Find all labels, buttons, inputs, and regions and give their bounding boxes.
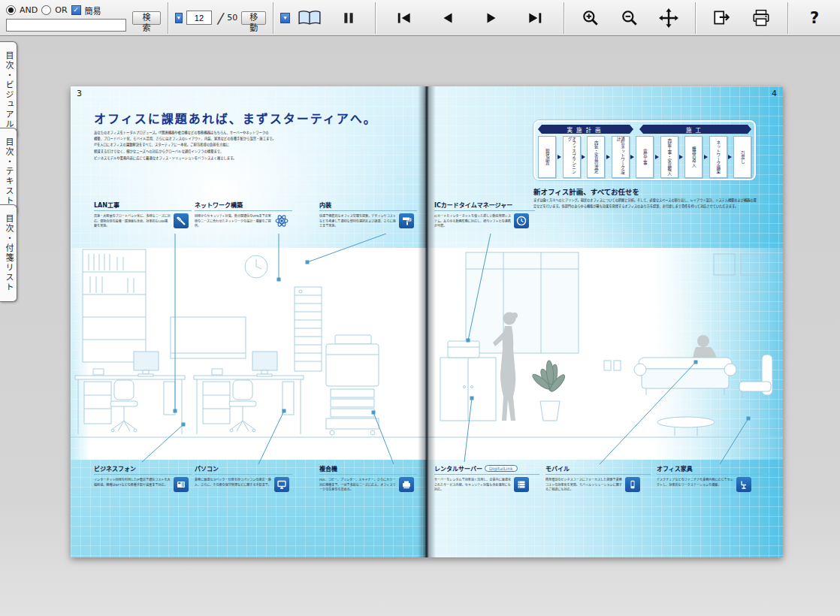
move-button[interactable]: 移動 xyxy=(241,11,266,25)
viewer-canvas: 3 オフィスに課題あれば、まずスターティアへ。 あなたのオフィスをトータルプロデ… xyxy=(0,36,840,616)
office-illustration-left xyxy=(71,248,427,460)
page-number-input[interactable] xyxy=(186,11,212,25)
bookshelf-drawing xyxy=(83,249,146,362)
sidebar-tab-toc-text[interactable]: 目次・テキスト xyxy=(0,128,17,216)
spread-view-icon[interactable] xyxy=(297,5,322,31)
mobile-phone-icon xyxy=(625,477,640,492)
toolbar-separator xyxy=(273,2,273,34)
pause-button[interactable] xyxy=(336,5,361,31)
feature-interior: 内装 快適で機能的なオフィス空間を提案。デザインやコストなどを考慮して適切な部材… xyxy=(319,201,417,240)
book-spread: 3 オフィスに課題あれば、まずスターティアへ。 あなたのオフィスをトータルプロデ… xyxy=(71,86,783,557)
feature-desc: 回線からセキュリティ対策、拠点間通信のVPNまでお客様のニーズに合わせたネットワ… xyxy=(195,213,271,228)
clock-icon xyxy=(514,213,529,228)
toolbar-separator xyxy=(787,2,788,34)
light-switch-drawing xyxy=(604,361,621,370)
feature-desc: デスクチェアなどのファニチアを業務内容に応じてセレクトし、効率的なワークステーシ… xyxy=(657,477,733,487)
feature-title: 複合機 xyxy=(319,464,417,475)
feature-title: オフィス家具 xyxy=(657,464,769,475)
or-radio[interactable] xyxy=(41,5,51,15)
wall-clock-drawing xyxy=(245,255,267,278)
chevron-right-icon xyxy=(655,155,659,159)
prev-page-button[interactable] xyxy=(435,5,461,31)
digitallink-badge: DigitalLink xyxy=(485,465,518,472)
last-page-button[interactable] xyxy=(522,5,548,31)
left-page[interactable]: 3 オフィスに課題あれば、まずスターティアへ。 あなたのオフィスをトータルプロデ… xyxy=(71,86,427,557)
export-page-button[interactable] xyxy=(709,5,735,31)
flow-step: 機器の導入 xyxy=(684,136,703,178)
plan-heading: 新オフィス計画、すべてお任せを xyxy=(533,186,639,197)
search-button[interactable]: 検索 xyxy=(132,11,161,25)
chevron-right-icon xyxy=(704,155,708,159)
toolbar-separator xyxy=(168,2,168,34)
zoom-in-button[interactable] xyxy=(578,5,603,31)
printer-icon xyxy=(399,477,414,492)
flow-phase2-header: 施工 xyxy=(639,125,751,134)
right-page[interactable]: 4 ICカードタイムマネージャー ICカードとインターネットを使った新しい勤怠管… xyxy=(427,86,783,557)
window-drawing xyxy=(466,252,579,353)
flow-step: 内装・家具の選定 xyxy=(587,136,605,178)
feature-network: ネットワーク構築 回線からセキュリティ対策、拠点間通信のVPNまでお客様のニーズ… xyxy=(195,201,292,240)
chart-rack-drawing xyxy=(295,287,322,371)
toolbar-separator xyxy=(564,2,564,34)
desk-drawing-1 xyxy=(75,352,185,434)
feature-title: モバイル xyxy=(545,464,651,475)
feature-ic-card: ICカードタイムマネージャー ICカードとインターネットを使った新しい勤怠管理シ… xyxy=(434,201,535,240)
paint-roller-icon xyxy=(399,213,414,228)
page-input-toggle-icon[interactable]: ▾ xyxy=(175,13,183,23)
intro-line: ビジネスモデルや業務内容に応じて最適なオフィス・ソリューションをバランスよく確立… xyxy=(94,155,394,161)
flow-step: 現状調査 xyxy=(538,136,556,178)
first-page-button[interactable] xyxy=(391,5,417,31)
zoom-out-button[interactable] xyxy=(617,5,642,31)
next-page-button[interactable] xyxy=(479,5,504,31)
chevron-right-icon xyxy=(582,155,585,159)
simple-search-checkbox[interactable]: ✓ xyxy=(71,5,81,15)
flow-phase1-label: 実施計画 xyxy=(567,125,605,134)
flow-step: 内装工事・家具搬入 xyxy=(660,136,678,178)
feature-rental-server: レンタルサーバーDigitalLink サーバーをレンタルで効率良く活用し、企業… xyxy=(434,464,539,504)
feature-desc: 携帯電話のビジネスユースにフォーカスした提案で業務コストの効率化を実現。モバイル… xyxy=(545,477,622,492)
copier-drawing xyxy=(326,335,379,435)
construction-flow-panel: 実施計画 施工 現状調査 オフィスプランニング 内装・家具の選定 通信ネットワー… xyxy=(533,120,756,180)
flow-phase1-header: 実施計画 xyxy=(538,125,633,134)
sidebar-tab-toc-visual[interactable]: 目次・ビジュアル xyxy=(0,41,17,139)
feature-lan: LAN工事 高速・大容量のブロードバンド化に、多様なニーズに対応。建物自体の設備… xyxy=(94,201,192,240)
feature-title: ネットワーク構築 xyxy=(195,201,292,211)
flow-phase2-label: 施工 xyxy=(686,125,705,134)
intro-line: ITを入口にオフィスの課題解決をすべて、スターティアに一本化。ご担当者様の負担を… xyxy=(94,142,394,148)
flow-step: 引渡し xyxy=(733,136,751,178)
flow-step: 通信ネットワーク設計 xyxy=(612,136,630,178)
wrench-icon xyxy=(174,213,189,228)
feature-desc: ICカードとインターネットを使った新しい勤怠管理システム。あらゆる勤務形態に対応… xyxy=(434,213,511,228)
page-jump-group: ▾ / 50 移動 xyxy=(175,10,266,26)
search-input[interactable] xyxy=(6,19,126,32)
plant-drawing xyxy=(530,361,567,421)
pan-button[interactable] xyxy=(656,5,681,31)
help-button[interactable]: ? xyxy=(802,5,827,31)
plan-body: まずは働く方々へのヒアリング。現状のオフィスについての把握と分析。そして、必要な… xyxy=(533,198,759,232)
print-button[interactable] xyxy=(748,5,774,31)
flow-step: 電気工事 xyxy=(636,136,654,178)
feature-desc: サーバーをレンタルで効率良く活用し、企業内に最適化されたサービス内容。セキュリテ… xyxy=(434,477,511,492)
sofa-drawing xyxy=(634,355,772,436)
monitor-icon xyxy=(274,477,289,492)
feature-business-phone: ビジネスフォン インターネット回線を利用したIP電話で通信コストを大幅削減。機種… xyxy=(94,464,192,504)
whiteboard-drawing xyxy=(171,317,246,358)
feature-title: レンタルサーバーDigitalLink xyxy=(434,464,539,475)
page-slash: / xyxy=(217,10,222,26)
chevron-right-icon xyxy=(728,155,732,159)
and-radio-label: AND xyxy=(20,5,38,15)
feature-mobile: モバイル 携帯電話のビジネスユースにフォーカスした提案で業務コストの効率化を実現… xyxy=(545,464,651,504)
flow-step: ネットワーク構築 xyxy=(709,136,727,178)
feature-pc: パソコン 業務に最適なスペック・仕様を持つパソコンの選定・導入。さらに、その後の… xyxy=(195,464,292,504)
view-toggle-icon[interactable]: ▾ xyxy=(280,13,290,23)
and-radio[interactable] xyxy=(6,5,16,15)
office-chair-icon xyxy=(736,477,751,492)
feature-title: パソコン xyxy=(195,464,292,475)
feature-desc: 快適で機能的なオフィス空間を提案。デザインやコストなどを考慮して適切な部材の選択… xyxy=(319,213,396,228)
feature-desc: FAX、コピー、プリンター、スキャナー。さらにカラー対応機種まで、一台で多彩なニ… xyxy=(319,477,396,492)
feature-mfp: 複合機 FAX、コピー、プリンター、スキャナー。さらにカラー対応機種まで、一台で… xyxy=(319,464,417,504)
feature-office-furniture: オフィス家具 デスクチェアなどのファニチアを業務内容に応じてセレクトし、効率的な… xyxy=(657,464,769,504)
flow-step: オフィスプランニング xyxy=(563,136,581,178)
sidebar-tab-toc-bookmarks[interactable]: 目次・付箋リスト xyxy=(0,204,17,302)
chevron-right-icon xyxy=(679,155,683,159)
